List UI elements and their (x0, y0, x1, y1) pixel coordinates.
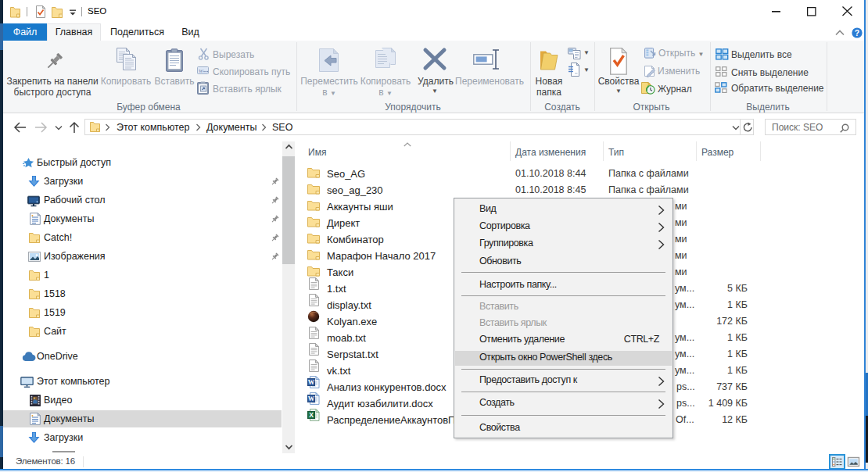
svg-text:W: W (308, 378, 315, 386)
svg-text:?: ? (855, 28, 859, 38)
svg-text:W: W (308, 395, 315, 402)
svg-text:X: X (309, 411, 314, 419)
